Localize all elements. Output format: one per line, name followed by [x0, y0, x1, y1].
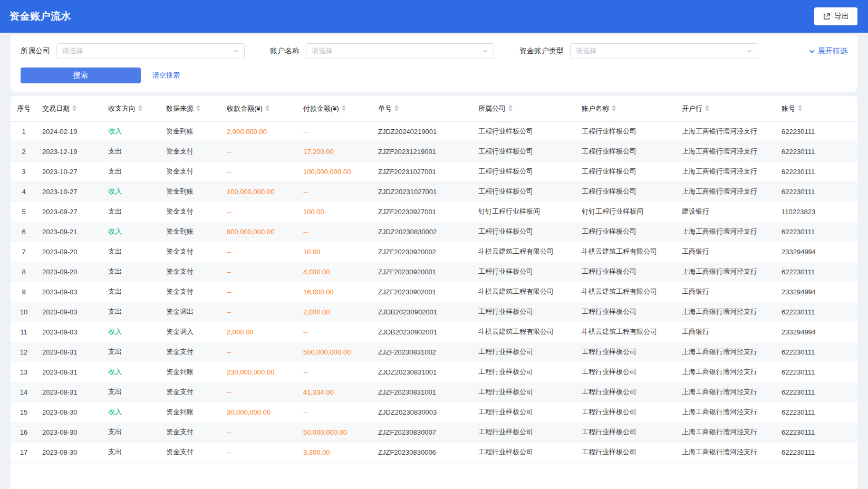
table-row[interactable]: 42023-10-27收入资金到账100,000,000.00--ZJDZ202…: [11, 181, 857, 202]
table-row[interactable]: 22023-12-19支出资金支付--17,200.00ZJZF20231219…: [11, 141, 857, 161]
column-header-receipt-amount[interactable]: 收款金额(¥): [221, 96, 298, 121]
cell-bank: 上海工商银行漕河泾支行: [677, 121, 776, 141]
cell-account-name: 工程行业样板公司: [576, 442, 677, 462]
cell-payment-amount: 3,300.00: [298, 442, 373, 462]
cell-receipt-amount: --: [221, 422, 298, 442]
cell-index: 16: [11, 422, 37, 442]
column-label: 所属公司: [478, 104, 506, 112]
column-header-order-no[interactable]: 单号: [373, 96, 473, 121]
cell-company: 工程行业样板公司: [473, 342, 576, 362]
cell-direction: 支出: [103, 382, 161, 402]
filter-group-account-type: 资金账户类型 请选择: [519, 43, 758, 59]
table-row[interactable]: 12024-02-19收入资金到账2,000,000.00--ZJDZ20240…: [11, 121, 857, 141]
cell-date: 2023-08-31: [37, 342, 103, 362]
table-row[interactable]: 102023-09-03支出资金调出--2,000.00ZJDB20230902…: [11, 302, 857, 322]
sort-icon: [265, 105, 269, 111]
column-header-company[interactable]: 所属公司: [473, 96, 576, 121]
sort-icon: [342, 105, 346, 111]
cell-index: 6: [11, 222, 37, 242]
search-button[interactable]: 搜索: [21, 68, 141, 83]
column-header-account-no[interactable]: 账号: [776, 96, 857, 121]
cell-account-no: 622230111: [776, 362, 857, 382]
table-row[interactable]: 112023-09-03收入资金调入2,000.00--ZJDB20230902…: [11, 322, 857, 342]
column-header-date[interactable]: 交易日期: [37, 96, 103, 121]
table-row[interactable]: 82023-09-20支出资金支付--4,000.00ZJZF202309200…: [11, 262, 857, 282]
account-type-select-placeholder: 请选择: [576, 46, 746, 56]
cell-payment-amount: 17,200.00: [298, 141, 373, 161]
cell-index: 13: [11, 362, 37, 382]
sort-icon: [508, 105, 513, 111]
column-label: 序号: [17, 104, 31, 112]
table-row[interactable]: 32023-10-27支出资金支付--100,000,000.00ZJZF202…: [11, 161, 857, 181]
table-row[interactable]: 52023-09-27支出资金支付--100.00ZJZF20230927001…: [11, 202, 857, 222]
cell-date: 2023-09-27: [37, 202, 103, 222]
expand-filters-link[interactable]: 展开筛选: [808, 46, 847, 56]
cell-source: 资金支付: [161, 161, 221, 181]
table-row[interactable]: 172023-08-30支出资金支付--3,300.00ZJZF20230830…: [11, 442, 857, 462]
account-name-select-placeholder: 请选择: [312, 46, 482, 56]
cell-account-no: 622230111: [776, 161, 857, 181]
expand-filters-label: 展开筛选: [818, 46, 847, 56]
table-row[interactable]: 62023-09-21收入资金到账800,000,000.00--ZJDZ202…: [11, 222, 857, 242]
cell-source: 资金支付: [161, 282, 221, 302]
company-select[interactable]: 请选择: [56, 43, 245, 59]
table-row[interactable]: 162023-08-30支出资金支付--50,000,000.00ZJZF202…: [11, 422, 857, 442]
column-header-account-name[interactable]: 账户名称: [576, 96, 677, 121]
cell-receipt-amount: 2,000,000.00: [221, 121, 298, 141]
cell-index: 8: [11, 262, 37, 282]
cell-source: 资金支付: [161, 382, 221, 402]
table-row[interactable]: 92023-09-03支出资金支付--16,000.00ZJZF20230902…: [11, 282, 857, 302]
cell-direction: 支出: [103, 161, 161, 181]
cell-order-no: ZJZF20231027001: [373, 161, 473, 181]
cell-bank: 建设银行: [677, 202, 776, 222]
table-row[interactable]: 72023-09-20支出资金支付--10.00ZJZF20230920002斗…: [11, 242, 857, 262]
filter-row-actions: 搜索 清空搜索: [21, 68, 847, 83]
cell-source: 资金支付: [161, 141, 221, 161]
sort-icon: [612, 105, 616, 111]
cell-bank: 上海工商银行漕河泾支行: [677, 442, 776, 462]
cell-date: 2023-08-31: [37, 362, 103, 382]
cell-order-no: ZJZF20231219001: [373, 141, 473, 161]
column-header-bank[interactable]: 开户行: [677, 96, 776, 121]
cell-receipt-amount: --: [221, 141, 298, 161]
cell-order-no: ZJZF20230927001: [373, 202, 473, 222]
cell-account-name: 工程行业样板公司: [576, 121, 677, 141]
cell-bank: 上海工商银行漕河泾支行: [677, 262, 776, 282]
cell-order-no: ZJZF20230830006: [373, 442, 473, 462]
cell-direction: 支出: [103, 342, 161, 362]
cell-company: 工程行业样板公司: [473, 262, 576, 282]
table-row[interactable]: 152023-08-30收入资金到账30,000,000.00--ZJDZ202…: [11, 402, 857, 422]
sort-icon: [196, 105, 200, 111]
column-label: 付款金额(¥): [303, 104, 339, 112]
column-header-direction[interactable]: 收支方向: [103, 96, 161, 121]
cell-payment-amount: --: [298, 121, 373, 141]
cell-receipt-amount: --: [221, 202, 298, 222]
cell-direction: 支出: [103, 262, 161, 282]
cell-company: 斗栱云建筑工程有限公司: [473, 322, 576, 342]
cell-order-no: ZJDZ20230830002: [373, 222, 473, 242]
clear-search-link[interactable]: 清空搜索: [152, 71, 180, 80]
table-row[interactable]: 142023-08-31支出资金支付--41,334.00ZJZF2023083…: [11, 382, 857, 402]
column-header-source[interactable]: 数据来源: [161, 96, 221, 121]
table-row[interactable]: 122023-08-31支出资金支付--500,000,000.00ZJZF20…: [11, 342, 857, 362]
column-label: 账号: [782, 104, 795, 112]
cell-account-no: 622230111: [776, 402, 857, 422]
cell-direction: 支出: [103, 302, 161, 322]
account-type-select[interactable]: 请选择: [570, 43, 758, 59]
cell-bank: 上海工商银行漕河泾支行: [677, 342, 776, 362]
cell-payment-amount: 10.00: [298, 242, 373, 262]
export-icon: [823, 13, 831, 21]
cell-account-no: 622230111: [776, 222, 857, 242]
cell-account-no: 622230111: [776, 262, 857, 282]
cell-date: 2023-09-03: [37, 302, 103, 322]
account-name-select[interactable]: 请选择: [306, 43, 494, 59]
sort-icon: [72, 105, 76, 111]
cell-date: 2023-08-30: [37, 422, 103, 442]
cell-source: 资金调出: [161, 302, 221, 322]
cell-source: 资金到账: [161, 181, 221, 202]
cell-receipt-amount: --: [221, 262, 298, 282]
table-row[interactable]: 132023-08-31收入资金到账230,000,000.00--ZJDZ20…: [11, 362, 857, 382]
cell-receipt-amount: --: [221, 442, 298, 462]
export-button[interactable]: 导出: [814, 7, 857, 25]
column-header-payment-amount[interactable]: 付款金额(¥): [298, 96, 373, 121]
